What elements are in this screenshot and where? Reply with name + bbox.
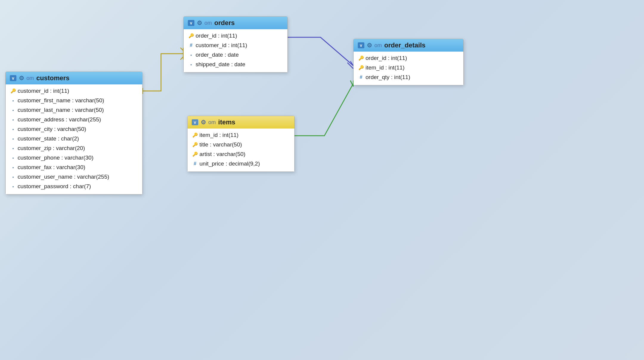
orders-table[interactable]: v ⚙ om orders 🔑 order_id : int(11) # cus… <box>183 16 288 72</box>
field-customer_user_name: ▪ customer_user_name : varchar(255) <box>6 172 142 182</box>
key-icon: 🔑 <box>192 152 198 157</box>
order-details-title: order_details <box>384 41 425 49</box>
items-prefix: om <box>208 119 216 126</box>
hash-icon: # <box>358 75 364 80</box>
orders-header: v ⚙ om orders <box>184 17 287 29</box>
key-icon: 🔑 <box>192 142 198 147</box>
field-shipped_date: ▪ shipped_date : date <box>184 60 287 69</box>
customers-fields: 🔑 customer_id : int(11) ▪ customer_first… <box>6 84 142 194</box>
field-order_date: ▪ order_date : date <box>184 50 287 60</box>
svg-line-1 <box>180 48 183 51</box>
field-customer_phone: ▪ customer_phone : varchar(30) <box>6 153 142 163</box>
field-customer_first_name: ▪ customer_first_name : varchar(50) <box>6 96 142 105</box>
orders-prefix: om <box>205 20 212 26</box>
field-order_qty-od: # order_qty : int(11) <box>354 72 463 82</box>
orders-title: orders <box>214 19 235 27</box>
field-customer_address: ▪ customer_address : varchar(255) <box>6 115 142 124</box>
items-table[interactable]: v ⚙ om items 🔑 item_id : int(11) 🔑 title… <box>187 116 295 172</box>
svg-line-3 <box>180 57 183 60</box>
key-icon: 🔑 <box>358 65 364 70</box>
field-icon: ▪ <box>10 127 16 132</box>
field-title: 🔑 title : varchar(50) <box>188 140 294 149</box>
order-details-header: v ⚙ om order_details <box>354 39 463 52</box>
items-fields: 🔑 item_id : int(11) 🔑 title : varchar(50… <box>188 129 294 171</box>
field-customer_city: ▪ customer_city : varchar(50) <box>6 124 142 134</box>
field-icon: ▪ <box>10 108 16 113</box>
customers-table[interactable]: v ⚙ om customers 🔑 customer_id : int(11)… <box>5 72 143 194</box>
field-icon: ▪ <box>10 174 16 180</box>
key-icon: 🔑 <box>188 33 194 38</box>
field-icon: ▪ <box>10 184 16 189</box>
field-icon: ▪ <box>10 98 16 103</box>
field-icon: ▪ <box>188 52 194 58</box>
items-header: v ⚙ om items <box>188 116 294 129</box>
field-icon: ▪ <box>10 146 16 151</box>
field-customer_zip: ▪ customer_zip : varchar(20) <box>6 143 142 153</box>
field-item_id: 🔑 item_id : int(11) <box>188 130 294 140</box>
field-unit_price: # unit_price : decimal(9,2) <box>188 159 294 169</box>
gear-icon-orders: ⚙ <box>197 19 202 27</box>
field-order_id-od: 🔑 order_id : int(11) <box>354 53 463 63</box>
field-customer_last_name: ▪ customer_last_name : varchar(50) <box>6 105 142 115</box>
gear-icon-items: ⚙ <box>201 119 206 126</box>
gear-icon-order-details: ⚙ <box>367 42 372 49</box>
field-icon: ▪ <box>10 165 16 170</box>
key-icon: 🔑 <box>10 88 16 94</box>
customers-title: customers <box>36 74 69 82</box>
v-badge-customers: v <box>10 75 16 81</box>
v-badge-items: v <box>192 119 198 125</box>
field-order_id: 🔑 order_id : int(11) <box>184 31 287 41</box>
field-customer_fax: ▪ customer_fax : varchar(30) <box>6 163 142 172</box>
key-icon: 🔑 <box>358 55 364 61</box>
svg-line-9 <box>350 81 353 86</box>
svg-line-6 <box>347 63 353 69</box>
key-icon: 🔑 <box>192 132 198 138</box>
field-customer_id: 🔑 customer_id : int(11) <box>6 86 142 96</box>
orders-fields: 🔑 order_id : int(11) # customer_id : int… <box>184 29 287 72</box>
field-customer_id-orders: # customer_id : int(11) <box>184 41 287 50</box>
items-title: items <box>218 118 235 126</box>
field-customer_password: ▪ customer_password : char(7) <box>6 182 142 191</box>
gear-icon-customers: ⚙ <box>19 75 24 82</box>
field-icon: ▪ <box>188 62 194 67</box>
field-icon: ▪ <box>10 155 16 160</box>
field-item_id-od: 🔑 item_id : int(11) <box>354 63 463 72</box>
field-customer_state: ▪ customer_state : char(2) <box>6 134 142 143</box>
v-badge-order-details: v <box>358 42 364 48</box>
field-artist: 🔑 artist : varchar(50) <box>188 149 294 159</box>
field-icon: ▪ <box>10 117 16 122</box>
order-details-fields: 🔑 order_id : int(11) 🔑 item_id : int(11)… <box>354 52 463 85</box>
order-details-prefix: om <box>374 42 382 49</box>
v-badge-orders: v <box>188 20 194 26</box>
hash-icon: # <box>192 161 198 166</box>
customers-header: v ⚙ om customers <box>6 72 142 84</box>
hash-icon: # <box>188 43 194 48</box>
order-details-table[interactable]: v ⚙ om order_details 🔑 order_id : int(11… <box>353 39 464 85</box>
customers-prefix: om <box>27 75 34 81</box>
field-icon: ▪ <box>10 136 16 141</box>
svg-line-7 <box>350 61 353 66</box>
